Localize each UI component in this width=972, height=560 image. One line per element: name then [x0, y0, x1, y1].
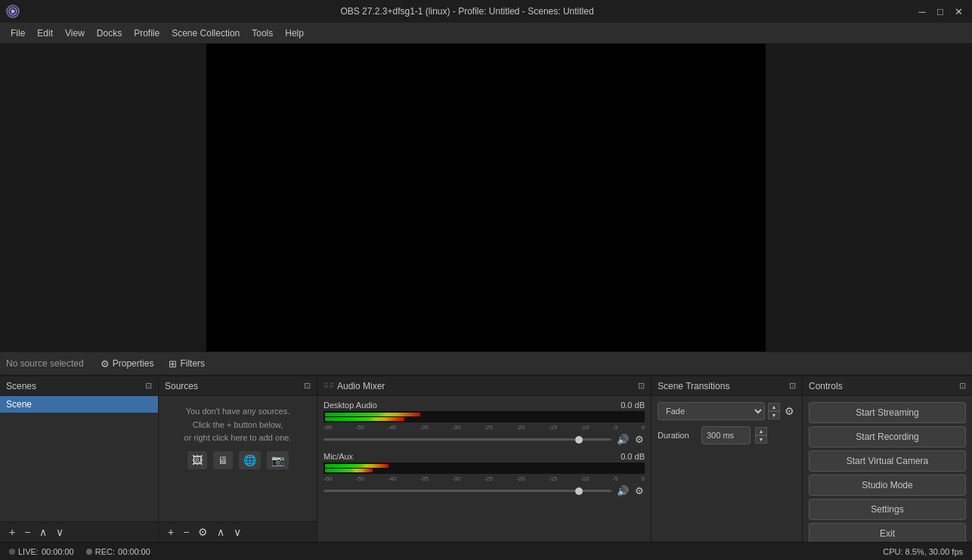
transition-gear-button[interactable]: ⚙ — [783, 404, 796, 419]
sources-empty-text: You don't have any sources.Click the + b… — [184, 407, 292, 442]
camera-source-icon[interactable]: 📷 — [267, 451, 289, 469]
mixer-panel-title: Audio Mixer — [337, 381, 385, 391]
controls-panel-header: Controls ⊡ — [803, 376, 972, 396]
maximize-button[interactable]: □ — [933, 4, 948, 19]
move-scene-up-button[interactable]: ∧ — [36, 525, 50, 539]
no-source-label: No source selected — [6, 358, 84, 369]
desktop-meter-left — [325, 413, 420, 416]
add-source-button[interactable]: + — [165, 525, 177, 539]
transition-spin: ▲ ▼ — [768, 403, 780, 419]
sources-panel-header: Sources ⊡ — [159, 376, 317, 396]
menu-file[interactable]: File — [5, 25, 31, 42]
browser-source-icon[interactable]: 🌐 — [239, 451, 261, 469]
mixer-drag-handle: ⠿⠿ — [323, 382, 334, 390]
source-type-icons: 🖼 🖥 🌐 📷 — [166, 451, 309, 469]
live-indicator — [9, 549, 15, 555]
controls-panel: Controls ⊡ Start Streaming Start Recordi… — [803, 376, 972, 542]
controls-content: Start Streaming Start Recording Start Vi… — [803, 396, 972, 550]
rec-time: 00:00:00 — [118, 547, 150, 556]
start-streaming-button[interactable]: Start Streaming — [809, 402, 966, 423]
source-settings-button[interactable]: ⚙ — [195, 525, 211, 539]
desktop-volume-slider[interactable] — [323, 438, 611, 441]
exit-button[interactable]: Exit — [809, 523, 966, 544]
mic-audio-label: Mic/Aux — [323, 452, 353, 461]
move-scene-down-button[interactable]: ∨ — [53, 525, 67, 539]
svg-point-2 — [11, 10, 15, 14]
move-source-down-button[interactable]: ∨ — [231, 525, 244, 539]
remove-scene-button[interactable]: − — [21, 525, 33, 539]
mic-mute-button[interactable]: 🔊 — [616, 484, 630, 497]
transitions-panel-icon[interactable]: ⊡ — [789, 381, 796, 391]
add-scene-button[interactable]: + — [6, 525, 18, 539]
scenes-list: Scene — [0, 396, 158, 521]
preview-area — [0, 44, 972, 351]
studio-mode-button[interactable]: Studio Mode — [809, 475, 966, 496]
tab-properties[interactable]: ⚙ Properties — [93, 355, 162, 373]
duration-spin: ▲ ▼ — [755, 427, 767, 444]
filters-tab-label: Filters — [180, 358, 205, 369]
mic-settings-button[interactable]: ⚙ — [634, 484, 645, 497]
statusbar: LIVE: 00:00:00 REC: 00:00:00 CPU: 8.5%, … — [0, 542, 972, 560]
transition-type-select[interactable]: Fade Cut — [658, 402, 765, 420]
menu-tools[interactable]: Tools — [246, 25, 279, 42]
start-virtual-camera-button[interactable]: Start Virtual Camera — [809, 450, 966, 472]
scenes-panel: Scenes ⊡ Scene + − ∧ ∨ — [0, 376, 159, 542]
duration-spin-down[interactable]: ▼ — [755, 435, 767, 444]
mic-audio-db: 0.0 dB — [621, 452, 645, 461]
transition-spin-down[interactable]: ▼ — [768, 411, 780, 419]
desktop-mute-button[interactable]: 🔊 — [616, 433, 630, 446]
minimize-button[interactable]: ─ — [915, 4, 930, 19]
close-button[interactable]: ✕ — [951, 4, 966, 19]
live-label: LIVE: — [18, 547, 39, 556]
sources-panel-title: Sources — [165, 381, 198, 391]
menu-view[interactable]: View — [59, 25, 91, 42]
cpu-label: CPU: 8.5%, 30.00 fps — [883, 547, 963, 556]
mic-audio-labels: -60-50-40-35-30-25-20-15-10-50 — [323, 475, 645, 482]
transition-spin-up[interactable]: ▲ — [768, 403, 780, 411]
scenes-footer: + − ∧ ∨ — [0, 521, 158, 542]
gear-icon: ⚙ — [101, 358, 110, 370]
sources-panel: Sources ⊡ You don't have any sources.Cli… — [159, 376, 317, 542]
duration-label: Duration — [658, 431, 697, 440]
remove-source-button[interactable]: − — [180, 525, 192, 539]
menu-profile[interactable]: Profile — [128, 25, 166, 42]
desktop-settings-button[interactable]: ⚙ — [634, 433, 645, 446]
controls-panel-title: Controls — [809, 381, 843, 391]
scene-item[interactable]: Scene — [0, 396, 158, 413]
scenes-panel-header: Scenes ⊡ — [0, 376, 158, 396]
desktop-audio-meter — [323, 411, 645, 422]
mixer-content: Desktop Audio 0.0 dB -60-50-40-35-30-25-… — [317, 396, 651, 542]
mic-audio-meter — [323, 463, 645, 474]
tab-filters[interactable]: ⊞ Filters — [161, 355, 212, 373]
rec-label: REC: — [95, 547, 115, 556]
display-source-icon[interactable]: 🖥 — [213, 451, 233, 469]
controls-panel-icon[interactable]: ⊡ — [959, 381, 966, 391]
transitions-content: Fade Cut ▲ ▼ ⚙ Duration ▲ ▼ — [652, 396, 802, 542]
live-time: 00:00:00 — [42, 547, 74, 556]
scenes-panel-icon[interactable]: ⊡ — [145, 381, 152, 391]
audio-track-mic: Mic/Aux 0.0 dB -60-50-40-35-30-25-20-15-… — [323, 452, 645, 497]
cpu-status: CPU: 8.5%, 30.00 fps — [883, 547, 963, 556]
transitions-panel-header: Scene Transitions ⊡ — [652, 376, 802, 396]
mixer-panel-icon[interactable]: ⊡ — [638, 381, 645, 391]
transition-select-row: Fade Cut ▲ ▼ ⚙ — [658, 402, 796, 420]
desktop-audio-controls: 🔊 ⚙ — [323, 433, 645, 446]
duration-row: Duration ▲ ▼ — [658, 426, 796, 444]
titlebar: OBS 27.2.3+dfsg1-1 (linux) - Profile: Un… — [0, 0, 972, 23]
sources-panel-icon[interactable]: ⊡ — [304, 381, 311, 391]
settings-button[interactable]: Settings — [809, 499, 966, 520]
desktop-audio-label: Desktop Audio — [323, 401, 377, 410]
menu-docks[interactable]: Docks — [91, 25, 128, 42]
menu-edit[interactable]: Edit — [31, 25, 59, 42]
desktop-audio-labels: -60-50-40-35-30-25-20-15-10-50 — [323, 424, 645, 431]
duration-input[interactable] — [701, 426, 751, 444]
source-bar: No source selected ⚙ Properties ⊞ Filter… — [0, 351, 972, 376]
mixer-panel-header: ⠿⠿ Audio Mixer ⊡ — [317, 376, 651, 396]
mic-volume-slider[interactable] — [323, 490, 611, 492]
duration-spin-up[interactable]: ▲ — [755, 427, 767, 435]
menu-help[interactable]: Help — [279, 25, 310, 42]
start-recording-button[interactable]: Start Recording — [809, 426, 966, 447]
move-source-up-button[interactable]: ∧ — [214, 525, 228, 539]
image-source-icon[interactable]: 🖼 — [187, 451, 207, 469]
menu-scene-collection[interactable]: Scene Collection — [166, 25, 246, 42]
